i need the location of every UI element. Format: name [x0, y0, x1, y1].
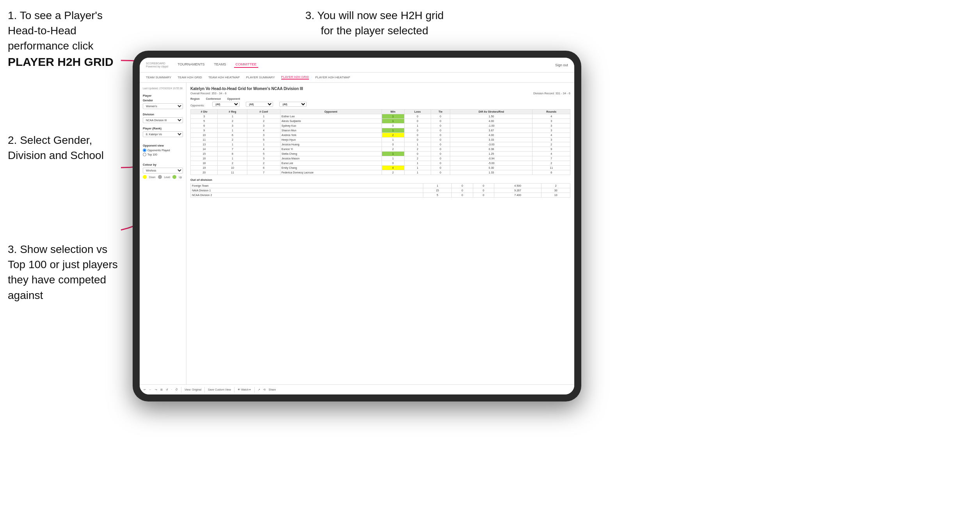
table-row: 11 2 5 Heejo Hyun 1 0 0 3.33 3	[191, 138, 570, 142]
panel-subtitle: Overall Record: 353 - 34 - 6 Division Re…	[190, 92, 570, 95]
nav-tournaments[interactable]: TOURNAMENTS	[176, 62, 206, 68]
subnav: TEAM SUMMARY TEAM H2H GRID TEAM H2H HEAT…	[140, 73, 574, 83]
cell-loss: 0	[404, 119, 431, 124]
sidebar-player-rank-label: Player (Rank)	[143, 127, 183, 130]
col-conf: # Conf	[247, 110, 280, 114]
filter-region-select[interactable]: (All)	[212, 102, 240, 107]
tablet-screen: SCOREBOARD Powered by clippd TOURNAMENTS…	[140, 58, 574, 394]
toolbar-sep2	[204, 387, 205, 393]
table-row: 3 1 1 Esther Lee 1 0 0 1.50 4	[191, 114, 570, 119]
col-tie: Tie	[431, 110, 450, 114]
cell-tie: 0	[431, 124, 450, 128]
cell-diff: -1.00	[450, 124, 533, 128]
filter-section: Region Conference Opponent Opponents: (A…	[190, 97, 570, 107]
cell-diff: 1.50	[450, 114, 533, 119]
ood-cell-win: 15	[423, 188, 451, 193]
toolbar-redo[interactable]: ↪	[155, 388, 157, 391]
ood-cell-tie: 0	[473, 184, 494, 188]
toolbar-undo[interactable]: ↩	[144, 388, 146, 391]
toolbar-save-custom[interactable]: Save Custom View	[208, 388, 231, 391]
cell-div: 3	[191, 114, 218, 119]
sidebar-radio-top100[interactable]: Top 100	[143, 153, 183, 156]
sidebar-radio-opponents[interactable]: Opponents Played	[143, 149, 183, 152]
sidebar-player-rank-select[interactable]: 8. Katelyn Vo	[143, 131, 183, 137]
filter-selects-row: Opponents: (All) (All) (All)	[190, 102, 570, 107]
content-area: Last Updated: 27/03/2024 16:55:38 Player…	[140, 83, 574, 384]
subnav-team-h2h-heatmap[interactable]: TEAM H2H HEATMAP	[208, 76, 240, 79]
filter-conference-label: Conference	[206, 97, 221, 100]
col-rounds: Rounds	[533, 110, 570, 114]
filter-row: Region Conference Opponent	[190, 97, 570, 100]
table-row: 19 10 6 Emily Chang 4 1 0 0.30 11	[191, 166, 570, 170]
col-div: # Div	[191, 110, 218, 114]
cell-win: 1	[382, 138, 404, 142]
cell-win: 0	[382, 142, 404, 147]
cell-div: 6	[191, 124, 218, 128]
cell-diff: 1.25	[450, 152, 533, 156]
legend-down-label: Down	[149, 176, 156, 179]
filter-opponent-label: Opponent	[227, 97, 240, 100]
col-diff: Diff Av Strokes/Rnd	[450, 110, 533, 114]
table-row: 13 1 1 Jessica Huang 0 1 0 -3.00 2	[191, 142, 570, 147]
nav-committee[interactable]: COMMITTEE	[234, 62, 258, 68]
sidebar-gender-select[interactable]: Women's	[143, 103, 183, 109]
nav-teams[interactable]: TEAMS	[213, 62, 228, 68]
toolbar-share[interactable]: Share	[269, 388, 276, 391]
toolbar-watch[interactable]: 👁 Watch ▾	[238, 388, 251, 391]
instruction-bottom-left: 3. Show selection vs Top 100 or just pla…	[8, 242, 125, 303]
cell-loss: 1	[404, 170, 431, 175]
cell-reg: 3	[218, 124, 247, 128]
toolbar-refresh[interactable]: ↺	[166, 388, 168, 391]
sidebar-division-select[interactable]: NCAA Division III	[143, 117, 183, 123]
ood-cell-diff: 9.267	[494, 188, 541, 193]
sidebar-colour-select[interactable]: Win/loss	[143, 168, 183, 173]
cell-loss: 0	[404, 152, 431, 156]
nav-sign-out[interactable]: Sign out	[555, 63, 568, 67]
cell-tie: 0	[431, 142, 450, 147]
filter-conference-select[interactable]: (All)	[246, 102, 273, 107]
main-panel: Katelyn Vo Head-to-Head Grid for Women's…	[186, 83, 574, 384]
cell-opponent: Sharon Mun	[280, 128, 382, 133]
cell-diff: 0.30	[450, 166, 533, 170]
cell-reg: 1	[218, 142, 247, 147]
cell-win: 1	[382, 156, 404, 161]
cell-opponent: Euna Lee	[280, 161, 382, 166]
subnav-player-h2h-grid[interactable]: PLAYER H2H GRID	[281, 75, 309, 80]
toolbar-rotate[interactable]: ⟲	[263, 388, 266, 391]
ood-cell-rounds: 30	[541, 188, 570, 193]
cell-diff: -3.00	[450, 142, 533, 147]
ood-cell-loss: 0	[452, 184, 473, 188]
subnav-team-summary[interactable]: TEAM SUMMARY	[146, 76, 171, 79]
cell-tie: 0	[431, 156, 450, 161]
toolbar-export[interactable]: ↗	[258, 388, 260, 391]
toolbar-back[interactable]: ←	[149, 388, 152, 391]
filter-opponent-select[interactable]: (All)	[279, 102, 307, 107]
instruction-top-left: 1. To see a Player's Head-to-Head perfor…	[8, 8, 133, 70]
subnav-player-summary[interactable]: PLAYER SUMMARY	[246, 76, 275, 79]
subnav-team-h2h-grid[interactable]: TEAM H2H GRID	[178, 76, 202, 79]
cell-rounds: 7	[533, 156, 570, 161]
subnav-player-h2h-heatmap[interactable]: PLAYER H2H HEATMAP	[315, 76, 350, 79]
sidebar: Last Updated: 27/03/2024 16:55:38 Player…	[140, 83, 186, 384]
cell-rounds: 3	[533, 124, 570, 128]
cell-tie: 0	[431, 166, 450, 170]
cell-rounds: 4	[533, 114, 570, 119]
cell-conf: 3	[247, 124, 280, 128]
table-row: 20 11 7 Federica Domecq Lacroze 2 1 0 1.…	[191, 170, 570, 175]
ood-cell-label: Foreign Team	[191, 184, 423, 188]
filter-opponent: Opponent	[227, 97, 240, 100]
sidebar-gender-label: Gender	[143, 99, 183, 102]
toolbar-dot[interactable]: ·	[171, 388, 172, 391]
toolbar-grid[interactable]: ⊞	[160, 388, 163, 391]
ood-table-row: NAIA Division 1 15 0 0 9.267 30	[191, 188, 570, 193]
cell-conf: 5	[247, 138, 280, 142]
ood-cell-tie: 0	[473, 188, 494, 193]
ood-cell-label: NCAA Division 2	[191, 193, 423, 198]
cell-opponent: Esther Lee	[280, 114, 382, 119]
cell-win: 0	[382, 124, 404, 128]
toolbar-timer[interactable]: ⏱	[175, 388, 178, 391]
cell-conf: 7	[247, 170, 280, 175]
toolbar-view-original[interactable]: View: Original	[185, 388, 201, 391]
cell-diff: 3.33	[450, 138, 533, 142]
cell-tie: 0	[431, 119, 450, 124]
